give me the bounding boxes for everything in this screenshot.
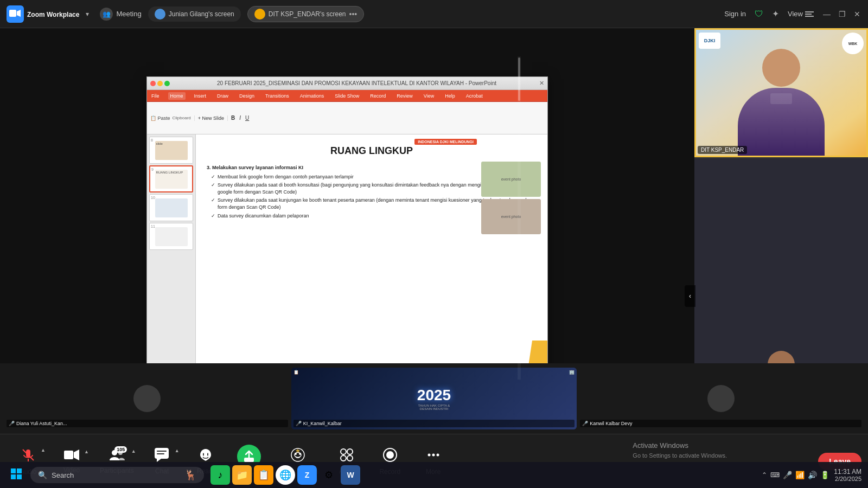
signin-button[interactable]: Sign in <box>724 10 746 18</box>
zoom-logo-icon <box>7 5 24 23</box>
taskbar-app-chrome[interactable]: 🌐 <box>276 465 295 485</box>
svg-point-28 <box>427 453 430 456</box>
thumb-diana[interactable]: 🎤 Diana Yuli Astuti_Kan... <box>4 368 290 429</box>
slide-img-2: event photo <box>481 199 541 234</box>
activate-windows-banner: Activate Windows Go to Settings to activ… <box>633 440 727 460</box>
taskbar-arrow-icon[interactable]: ⌃ <box>762 471 767 479</box>
thumb-9-content: RUANG LINGKUP <box>155 170 188 189</box>
ppt-tab-slideshow[interactable]: Slide Show <box>333 92 361 100</box>
close-button[interactable]: ✕ <box>853 10 861 18</box>
video-chevron-icon: ▲ <box>84 449 89 454</box>
ppt-close-icon[interactable] <box>150 81 156 86</box>
taskbar-apps: ♪ 📁 📋 🌐 Z ⚙ W <box>210 465 360 485</box>
shield-icon: 🛡 <box>755 9 763 19</box>
minimize-button[interactable]: — <box>822 10 831 18</box>
ppt-tab-acrobat[interactable]: Acrobat <box>464 92 485 100</box>
ppt-tab-home[interactable]: Home <box>168 92 186 100</box>
start-button[interactable] <box>7 465 26 485</box>
taskbar-app-spotify[interactable]: ♪ <box>210 465 230 485</box>
ppt-tab-animations[interactable]: Animations <box>298 92 327 100</box>
ppt-slide-thumb-9[interactable]: 9 RUANG LINGKUP <box>149 165 193 192</box>
collapse-arrow[interactable]: ‹ <box>685 285 695 307</box>
svg-point-21 <box>347 449 353 454</box>
svg-point-26 <box>432 453 435 456</box>
svg-point-25 <box>386 451 394 459</box>
star-icon: ✦ <box>772 9 779 19</box>
zoom-logo-text: Zoom Workplace <box>27 10 79 18</box>
ppt-slide-thumb-11[interactable]: 11 <box>149 223 193 250</box>
ppt-close-btn[interactable]: ✕ <box>539 80 544 87</box>
ppt-tab-design[interactable]: Design <box>237 92 257 100</box>
person-head-top <box>762 49 800 87</box>
ppt-tab-record[interactable]: Record <box>368 92 388 100</box>
ppt-bold-btn[interactable]: B <box>231 115 235 121</box>
thumb-ki-name: 🎤 KI_Kanwil_Kalbar <box>293 420 575 427</box>
activate-windows-title: Activate Windows <box>633 440 727 451</box>
taskbar-volume-icon[interactable]: 🔊 <box>808 471 817 479</box>
thumb-diana-mute-icon: 🎤 <box>9 421 15 426</box>
meeting-label: Meeting <box>116 10 141 18</box>
taskbar-search[interactable]: 🔍 Search 🦌 <box>30 467 204 483</box>
taskbar-search-text: Search <box>52 471 74 479</box>
ppt-italic-btn[interactable]: I <box>239 115 241 121</box>
thumb-11-content <box>155 227 188 246</box>
taskbar-search-icon: 🔍 <box>38 471 47 479</box>
screen-share-tab-2[interactable]: DIT KSP_ENDAR's screen ••• <box>247 6 365 22</box>
ppt-underline-btn[interactable]: U <box>245 115 249 121</box>
ppt-slides-group: + New Slide <box>198 115 228 121</box>
ppt-paste-btn[interactable]: 📋 Paste <box>150 115 170 121</box>
thumbnail-row: 🎤 Diana Yuli Astuti_Kan... 2025 TAHUN HA… <box>0 363 868 434</box>
ppt-ribbon2: 📋 Paste Clipboard + New Slide B I U <box>147 102 547 134</box>
svg-rect-31 <box>11 474 16 479</box>
slide-img-1: event photo <box>481 162 541 197</box>
maximize-button[interactable]: ❐ <box>838 10 846 18</box>
ppt-tab-transitions[interactable]: Transitions <box>263 92 291 100</box>
svg-point-20 <box>341 449 346 454</box>
clock-time: 11:31 AM <box>834 468 861 476</box>
ppt-tab-review[interactable]: Review <box>394 92 415 100</box>
taskbar-app-notepad[interactable]: 📋 <box>254 465 273 485</box>
screen-share-tab-1[interactable]: Junian Gilang's screen <box>148 7 241 22</box>
participants-chevron-icon: ▲ <box>131 448 136 454</box>
svg-point-18 <box>295 453 297 455</box>
ppt-main-slide: INDONESIA DJKI MELINDUNGI RUANG LINGKUP … <box>196 134 547 384</box>
thumb-ki-kanwil[interactable]: 2025 TAHUN HAK CIPTA & DESAIN INDUSTRI 📋… <box>291 368 577 429</box>
window-controls: — ❐ ✕ <box>822 10 861 18</box>
svg-rect-2 <box>805 11 814 12</box>
screen-share-label-1: Junian Gilang's screen <box>169 10 234 18</box>
ppt-tab-insert[interactable]: Insert <box>192 92 209 100</box>
ppt-titlebar: 20 FEBRUARI 2025_DISEMINASI DAN PROMOSI … <box>147 77 547 90</box>
chat-chevron-icon: ▲ <box>175 448 180 453</box>
ppt-window-controls <box>150 81 170 86</box>
ppt-minimize-icon[interactable] <box>157 81 163 86</box>
ppt-tab-draw[interactable]: Draw <box>215 92 231 100</box>
ppt-maximize-icon[interactable] <box>164 81 170 86</box>
screen-share-more-icon[interactable]: ••• <box>349 10 358 18</box>
svg-rect-0 <box>9 10 16 17</box>
thumb-devy[interactable]: 🎤 Kanwil Kalbar Devy <box>578 368 864 429</box>
taskbar-app-settings[interactable]: ⚙ <box>319 465 339 485</box>
ppt-tab-help[interactable]: Help <box>443 92 457 100</box>
taskbar-app-zoom[interactable]: Z <box>297 465 317 485</box>
zoom-chevron-icon[interactable]: ▾ <box>86 10 89 18</box>
svg-point-22 <box>341 455 346 461</box>
meeting-tab[interactable]: 👥 Meeting <box>100 8 141 21</box>
svg-marker-1 <box>17 10 21 17</box>
scroll-bar[interactable] <box>518 56 521 380</box>
zoom-logo[interactable]: Zoom Workplace <box>7 5 79 23</box>
taskbar-app-word[interactable]: W <box>341 465 360 485</box>
ppt-tab-view[interactable]: View <box>422 92 436 100</box>
svg-rect-14 <box>157 451 167 452</box>
taskbar-app-explorer[interactable]: 📁 <box>232 465 252 485</box>
wbk-badge: WBK <box>842 33 864 54</box>
scroll-thumb <box>518 57 520 101</box>
ppt-slide-thumb-10[interactable]: 10 <box>149 194 193 221</box>
screen-share-label-2: DIT KSP_ENDAR's screen <box>269 10 346 18</box>
ppt-slide-thumb-8[interactable]: 8 slide <box>149 137 193 164</box>
view-button[interactable]: View <box>788 10 814 18</box>
svg-rect-16 <box>244 458 254 462</box>
ppt-tab-file[interactable]: File <box>149 92 162 100</box>
taskbar-clock[interactable]: 11:31 AM 2/20/2025 <box>834 468 861 482</box>
ppt-new-slide-btn[interactable]: + New Slide <box>198 115 224 121</box>
activate-windows-sub: Go to Settings to activate Windows. <box>633 451 727 460</box>
